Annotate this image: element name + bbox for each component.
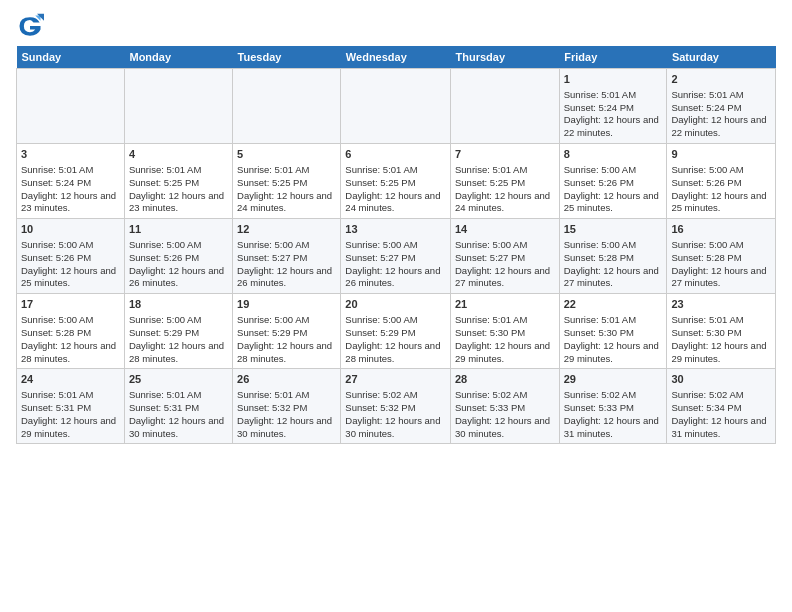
header-day-monday: Monday xyxy=(124,46,232,69)
day-info-line: Sunset: 5:29 PM xyxy=(345,327,446,340)
day-info-line: Sunrise: 5:00 AM xyxy=(237,239,336,252)
day-number: 8 xyxy=(564,147,663,162)
day-number: 27 xyxy=(345,372,446,387)
day-number: 16 xyxy=(671,222,771,237)
day-info-line: Sunrise: 5:01 AM xyxy=(455,164,555,177)
day-info-line: Sunrise: 5:01 AM xyxy=(21,389,120,402)
day-number: 28 xyxy=(455,372,555,387)
day-info-line: Daylight: 12 hours and 24 minutes. xyxy=(237,190,336,216)
calendar-cell: 24Sunrise: 5:01 AMSunset: 5:31 PMDayligh… xyxy=(17,369,125,444)
calendar-cell: 26Sunrise: 5:01 AMSunset: 5:32 PMDayligh… xyxy=(233,369,341,444)
day-number: 4 xyxy=(129,147,228,162)
day-info-line: Sunrise: 5:01 AM xyxy=(129,389,228,402)
calendar-cell: 22Sunrise: 5:01 AMSunset: 5:30 PMDayligh… xyxy=(559,294,667,369)
day-info-line: Sunrise: 5:02 AM xyxy=(455,389,555,402)
day-number: 9 xyxy=(671,147,771,162)
day-number: 18 xyxy=(129,297,228,312)
day-info-line: Sunrise: 5:00 AM xyxy=(345,239,446,252)
day-number: 22 xyxy=(564,297,663,312)
day-info-line: Sunrise: 5:01 AM xyxy=(237,389,336,402)
day-info-line: Sunrise: 5:00 AM xyxy=(564,164,663,177)
day-info-line: Sunset: 5:31 PM xyxy=(21,402,120,415)
day-info-line: Sunset: 5:28 PM xyxy=(671,252,771,265)
day-info-line: Daylight: 12 hours and 27 minutes. xyxy=(455,265,555,291)
calendar-cell: 29Sunrise: 5:02 AMSunset: 5:33 PMDayligh… xyxy=(559,369,667,444)
day-number: 12 xyxy=(237,222,336,237)
calendar-cell xyxy=(17,69,125,144)
day-info-line: Sunset: 5:25 PM xyxy=(345,177,446,190)
header-row: SundayMondayTuesdayWednesdayThursdayFrid… xyxy=(17,46,776,69)
header-day-sunday: Sunday xyxy=(17,46,125,69)
calendar-cell: 28Sunrise: 5:02 AMSunset: 5:33 PMDayligh… xyxy=(451,369,560,444)
day-number: 10 xyxy=(21,222,120,237)
day-info-line: Sunrise: 5:01 AM xyxy=(564,89,663,102)
calendar-cell xyxy=(341,69,451,144)
day-info-line: Sunrise: 5:00 AM xyxy=(345,314,446,327)
day-info-line: Sunset: 5:26 PM xyxy=(129,252,228,265)
calendar-page: SundayMondayTuesdayWednesdayThursdayFrid… xyxy=(0,0,792,612)
day-info-line: Daylight: 12 hours and 31 minutes. xyxy=(564,415,663,441)
day-info-line: Sunset: 5:28 PM xyxy=(21,327,120,340)
day-number: 21 xyxy=(455,297,555,312)
calendar-cell: 20Sunrise: 5:00 AMSunset: 5:29 PMDayligh… xyxy=(341,294,451,369)
day-info-line: Daylight: 12 hours and 28 minutes. xyxy=(129,340,228,366)
day-info-line: Sunrise: 5:01 AM xyxy=(455,314,555,327)
header-day-friday: Friday xyxy=(559,46,667,69)
day-number: 5 xyxy=(237,147,336,162)
day-number: 19 xyxy=(237,297,336,312)
day-info-line: Sunset: 5:24 PM xyxy=(671,102,771,115)
day-info-line: Sunrise: 5:00 AM xyxy=(671,239,771,252)
day-info-line: Daylight: 12 hours and 24 minutes. xyxy=(455,190,555,216)
day-info-line: Daylight: 12 hours and 22 minutes. xyxy=(671,114,771,140)
day-info-line: Sunrise: 5:00 AM xyxy=(455,239,555,252)
day-number: 6 xyxy=(345,147,446,162)
day-info-line: Daylight: 12 hours and 28 minutes. xyxy=(345,340,446,366)
day-number: 2 xyxy=(671,72,771,87)
day-info-line: Sunset: 5:33 PM xyxy=(455,402,555,415)
day-info-line: Sunrise: 5:00 AM xyxy=(21,239,120,252)
header-day-thursday: Thursday xyxy=(451,46,560,69)
day-info-line: Sunrise: 5:01 AM xyxy=(129,164,228,177)
day-info-line: Daylight: 12 hours and 31 minutes. xyxy=(671,415,771,441)
day-info-line: Sunset: 5:27 PM xyxy=(455,252,555,265)
day-info-line: Daylight: 12 hours and 26 minutes. xyxy=(237,265,336,291)
calendar-cell: 5Sunrise: 5:01 AMSunset: 5:25 PMDaylight… xyxy=(233,144,341,219)
calendar-table: SundayMondayTuesdayWednesdayThursdayFrid… xyxy=(16,46,776,444)
calendar-body: 1Sunrise: 5:01 AMSunset: 5:24 PMDaylight… xyxy=(17,69,776,444)
day-info-line: Sunset: 5:33 PM xyxy=(564,402,663,415)
day-info-line: Daylight: 12 hours and 30 minutes. xyxy=(129,415,228,441)
calendar-cell: 19Sunrise: 5:00 AMSunset: 5:29 PMDayligh… xyxy=(233,294,341,369)
day-number: 13 xyxy=(345,222,446,237)
calendar-cell: 18Sunrise: 5:00 AMSunset: 5:29 PMDayligh… xyxy=(124,294,232,369)
day-number: 20 xyxy=(345,297,446,312)
day-info-line: Daylight: 12 hours and 25 minutes. xyxy=(21,265,120,291)
calendar-cell xyxy=(124,69,232,144)
day-info-line: Daylight: 12 hours and 28 minutes. xyxy=(237,340,336,366)
calendar-cell: 2Sunrise: 5:01 AMSunset: 5:24 PMDaylight… xyxy=(667,69,776,144)
day-info-line: Sunset: 5:29 PM xyxy=(129,327,228,340)
calendar-cell: 17Sunrise: 5:00 AMSunset: 5:28 PMDayligh… xyxy=(17,294,125,369)
day-info-line: Sunrise: 5:01 AM xyxy=(564,314,663,327)
day-info-line: Sunset: 5:31 PM xyxy=(129,402,228,415)
calendar-cell: 7Sunrise: 5:01 AMSunset: 5:25 PMDaylight… xyxy=(451,144,560,219)
day-number: 1 xyxy=(564,72,663,87)
day-info-line: Sunrise: 5:00 AM xyxy=(564,239,663,252)
day-number: 11 xyxy=(129,222,228,237)
day-number: 17 xyxy=(21,297,120,312)
header-day-tuesday: Tuesday xyxy=(233,46,341,69)
day-info-line: Sunset: 5:30 PM xyxy=(564,327,663,340)
calendar-cell: 1Sunrise: 5:01 AMSunset: 5:24 PMDaylight… xyxy=(559,69,667,144)
calendar-cell: 23Sunrise: 5:01 AMSunset: 5:30 PMDayligh… xyxy=(667,294,776,369)
day-number: 23 xyxy=(671,297,771,312)
day-info-line: Daylight: 12 hours and 24 minutes. xyxy=(345,190,446,216)
day-number: 30 xyxy=(671,372,771,387)
day-info-line: Sunset: 5:29 PM xyxy=(237,327,336,340)
day-info-line: Sunset: 5:24 PM xyxy=(21,177,120,190)
day-number: 7 xyxy=(455,147,555,162)
calendar-cell: 30Sunrise: 5:02 AMSunset: 5:34 PMDayligh… xyxy=(667,369,776,444)
day-info-line: Sunrise: 5:00 AM xyxy=(671,164,771,177)
day-info-line: Sunset: 5:34 PM xyxy=(671,402,771,415)
day-info-line: Sunset: 5:30 PM xyxy=(455,327,555,340)
day-info-line: Sunset: 5:32 PM xyxy=(237,402,336,415)
day-info-line: Daylight: 12 hours and 30 minutes. xyxy=(345,415,446,441)
